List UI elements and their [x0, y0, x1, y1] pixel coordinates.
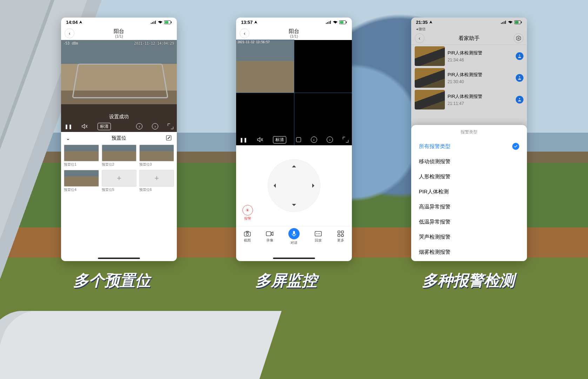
- person-badge-icon: [516, 74, 523, 82]
- tab-talk[interactable]: 对讲: [288, 228, 300, 245]
- filter-option[interactable]: PIR人体检测: [411, 184, 527, 199]
- event-thumbnail: [415, 90, 445, 109]
- filter-option[interactable]: 烟雾检测报警: [411, 245, 527, 260]
- app-header: ‹ 阳台 (1/1): [61, 27, 177, 40]
- alarm-button[interactable]: ☀ 报警: [242, 205, 253, 221]
- svg-rect-1: [152, 22, 153, 24]
- tab-label: 更多: [337, 238, 344, 243]
- pause-button[interactable]: ❚❚: [240, 137, 247, 142]
- header-title-block: 阳台 (1/1): [114, 28, 124, 39]
- video-area[interactable]: -53 dBm 2021-11-12 14:04:29 设置成功 ❚❚ 标清 ‹…: [61, 40, 177, 132]
- videocam-icon: [266, 231, 274, 237]
- caption: 多种报警检测: [422, 270, 515, 291]
- prev-button[interactable]: ‹: [136, 123, 142, 129]
- event-thumbnail: [415, 46, 445, 66]
- cell-timestamp: 2021-11-12 13:56:57: [238, 41, 270, 44]
- preset-label: 预置位2: [102, 162, 136, 167]
- preset-slot[interactable]: 预置位1: [64, 145, 99, 167]
- event-row[interactable]: PIR人体检测报警21:34:46: [415, 46, 523, 66]
- person-badge-icon: [516, 52, 523, 60]
- svg-rect-10: [329, 21, 329, 24]
- status-bar: 14:04: [61, 18, 177, 27]
- video-toolbar: ❚❚ 标清 ‹ ›: [61, 121, 177, 132]
- event-row[interactable]: PIR人体检测报警21:11:47: [415, 90, 523, 109]
- camera-title: 阳台: [114, 28, 124, 34]
- ptz-dpad[interactable]: [268, 159, 320, 212]
- event-title: PIR人体检测报警: [448, 72, 513, 78]
- grid-cell-1[interactable]: 2021-11-12 13:56:57: [236, 40, 294, 93]
- svg-rect-26: [338, 234, 340, 237]
- preset-slot[interactable]: 预置位3: [139, 145, 174, 167]
- filter-option[interactable]: 所有报警类型: [411, 139, 527, 154]
- filter-option[interactable]: 低温异常报警: [411, 214, 527, 230]
- return-to-app[interactable]: ◂ 微信: [411, 27, 527, 32]
- svg-rect-2: [154, 21, 154, 24]
- svg-rect-29: [502, 22, 503, 24]
- captions-row: 多个预置位 多屏监控 多种报警检测: [0, 270, 588, 291]
- preset-slot[interactable]: 预置位2: [102, 145, 136, 167]
- ptz-left-icon[interactable]: [272, 184, 276, 188]
- pause-button[interactable]: ❚❚: [65, 124, 72, 129]
- preset-slot-empty[interactable]: +预置位6: [139, 170, 174, 192]
- tab-label: 录像: [266, 238, 273, 243]
- mute-button[interactable]: [257, 137, 263, 142]
- svg-rect-18: [266, 232, 271, 236]
- fullscreen-button[interactable]: [168, 124, 173, 129]
- collapse-icon[interactable]: ⌄: [66, 135, 70, 141]
- ptz-up-icon[interactable]: [292, 163, 296, 167]
- camera-icon: [243, 231, 251, 237]
- event-list[interactable]: PIR人体检测报警21:34:46 PIR人体检测报警21:30:40 PIR人…: [411, 45, 527, 111]
- next-button[interactable]: ›: [327, 137, 333, 143]
- option-label: 烟雾检测报警: [419, 249, 450, 255]
- tab-screenshot[interactable]: 截图: [243, 231, 251, 243]
- preset-slot[interactable]: 预置位4: [64, 170, 99, 192]
- phone-multiscreen: 13:57 ‹ 阳台 (1/1) 2021-11-12 13:56:57 ❚❚ …: [236, 18, 352, 261]
- settings-button[interactable]: [514, 33, 523, 43]
- wifi-icon: [508, 20, 513, 24]
- quality-button[interactable]: 标清: [273, 136, 286, 144]
- event-row[interactable]: PIR人体检测报警21:30:40: [415, 68, 523, 88]
- camera-title: 阳台: [289, 28, 299, 34]
- edit-button[interactable]: [166, 135, 172, 142]
- svg-rect-25: [341, 231, 343, 233]
- quality-button[interactable]: 标清: [98, 123, 111, 130]
- svg-rect-5: [171, 21, 172, 23]
- svg-rect-30: [504, 21, 505, 24]
- back-button[interactable]: ‹: [65, 28, 74, 38]
- location-icon: [429, 20, 433, 24]
- back-button[interactable]: ‹: [415, 33, 425, 43]
- filter-option[interactable]: 移动侦测报警: [411, 154, 527, 169]
- svg-rect-31: [505, 21, 506, 24]
- next-button[interactable]: ›: [152, 123, 158, 129]
- option-label: 移动侦测报警: [419, 158, 450, 165]
- back-button[interactable]: ‹: [240, 28, 249, 38]
- clock: 14:04: [66, 20, 78, 25]
- mic-icon: [288, 228, 300, 239]
- filter-option[interactable]: 高温异常报警: [411, 199, 527, 214]
- option-label: 高温异常报警: [419, 204, 450, 210]
- video-toolbar: ❚❚ 标清 ‹ ›: [236, 134, 352, 145]
- tab-playback[interactable]: 回放: [314, 231, 322, 243]
- home-indicator[interactable]: [273, 258, 315, 259]
- ptz-right-icon[interactable]: [312, 184, 316, 188]
- return-app-name: 微信: [419, 27, 426, 31]
- prev-button[interactable]: ‹: [311, 137, 317, 143]
- filter-option[interactable]: 哭声检测报警: [411, 230, 527, 245]
- tab-record[interactable]: 录像: [266, 231, 274, 243]
- layout-button[interactable]: [296, 137, 301, 142]
- preset-thumbnail: [102, 145, 136, 161]
- fullscreen-button[interactable]: [343, 137, 348, 142]
- home-indicator[interactable]: [98, 258, 140, 259]
- preset-slot-empty[interactable]: +预置位5: [102, 170, 136, 192]
- preset-thumbnail: [139, 145, 174, 161]
- camera-index: (1/1): [289, 34, 299, 39]
- svg-rect-14: [340, 21, 343, 24]
- ptz-down-icon[interactable]: [292, 204, 296, 208]
- mute-button[interactable]: [82, 124, 88, 129]
- video-area[interactable]: 2021-11-12 13:56:57 ❚❚ 标清 ‹ ›: [236, 40, 352, 145]
- tab-label: 回放: [315, 238, 322, 243]
- filter-option[interactable]: 人形检测报警: [411, 169, 527, 184]
- layout-button[interactable]: [120, 124, 127, 129]
- svg-rect-34: [515, 21, 518, 24]
- tab-more[interactable]: 更多: [337, 231, 345, 243]
